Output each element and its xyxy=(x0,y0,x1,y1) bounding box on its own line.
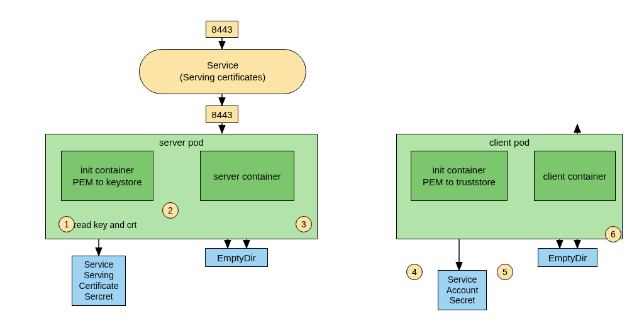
client-emptydir-label: EmptyDir xyxy=(548,252,587,263)
server-container: server container xyxy=(200,151,294,201)
step-6-badge: 6 xyxy=(605,226,621,242)
diagram-canvas: Service (Serving certificates) 8443 8443… xyxy=(0,0,644,331)
client-init-line1: init container xyxy=(432,164,486,176)
edge-label-read-key-crt: read key and crt xyxy=(74,220,136,230)
secret-line4: Sercret xyxy=(84,291,113,302)
service-title-line2: (Serving certificates) xyxy=(180,72,266,84)
step-2-badge: 2 xyxy=(162,202,179,219)
secret-line3: Certificate xyxy=(79,281,118,291)
secret-line1: Service xyxy=(84,259,114,270)
service-node: Service (Serving certificates) xyxy=(139,49,306,94)
sa-secret-line3: Secret xyxy=(450,295,475,306)
client-pod-title: client pod xyxy=(397,137,622,148)
server-emptydir-label: EmptyDir xyxy=(217,252,256,263)
step-4-label: 4 xyxy=(412,267,417,277)
step-3-badge: 3 xyxy=(296,216,312,232)
service-port-bottom: 8443 xyxy=(206,106,238,123)
service-port-top: 8443 xyxy=(206,21,238,38)
step-1-label: 1 xyxy=(64,219,69,229)
service-account-secret: Service Account Secret xyxy=(438,270,487,310)
step-4-badge: 4 xyxy=(406,264,423,280)
step-6-label: 6 xyxy=(611,229,616,239)
service-title-line1: Service xyxy=(207,60,238,72)
secret-line2: Serving xyxy=(84,270,113,281)
client-container: client container xyxy=(534,151,616,201)
client-container-label: client container xyxy=(543,171,607,182)
server-emptydir: EmptyDir xyxy=(205,248,268,267)
step-2-label: 2 xyxy=(168,205,173,215)
client-init-container: init container PEM to truststore xyxy=(411,151,508,201)
server-init-line2: PEM to keystore xyxy=(72,176,142,188)
server-container-label: server container xyxy=(213,171,281,182)
sa-secret-line2: Account xyxy=(447,285,479,296)
step-3-label: 3 xyxy=(301,219,306,229)
server-pod-title: server pod xyxy=(46,137,317,148)
step-5-badge: 5 xyxy=(497,264,513,280)
server-init-container: init container PEM to keystore xyxy=(61,151,153,201)
service-port-top-label: 8443 xyxy=(211,24,232,35)
service-serving-cert-secret: Service Serving Certificate Sercret xyxy=(72,256,126,306)
client-emptydir: EmptyDir xyxy=(538,248,597,267)
step-1-badge: 1 xyxy=(58,216,75,232)
sa-secret-line1: Service xyxy=(448,274,477,285)
server-init-line1: init container xyxy=(80,164,134,176)
client-init-line2: PEM to truststore xyxy=(423,176,496,188)
service-port-bottom-label: 8443 xyxy=(211,109,232,120)
step-5-label: 5 xyxy=(502,267,508,277)
